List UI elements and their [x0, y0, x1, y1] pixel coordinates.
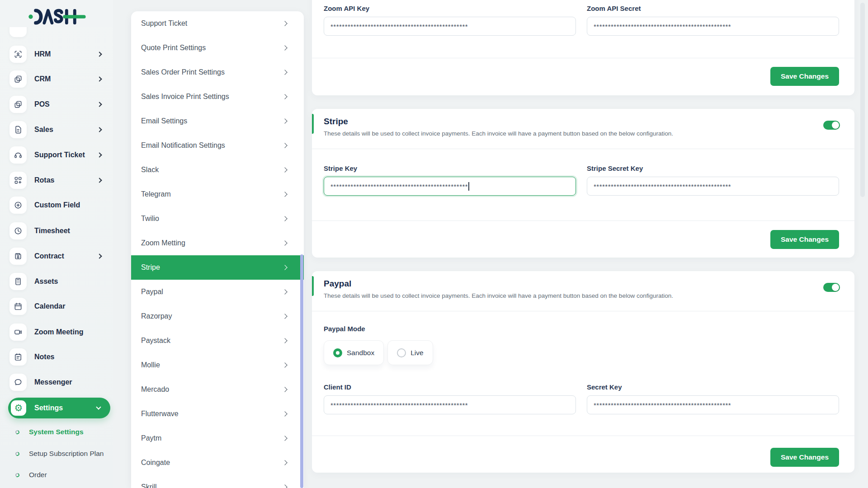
floppy-icon — [9, 248, 27, 265]
sidebar-item-label: CRM — [34, 75, 51, 83]
sidebar-item-rotas[interactable]: Rotas — [0, 168, 113, 193]
sidebar-item-label: Zoom Meeting — [34, 328, 83, 336]
sidebar-item-label: Messenger — [34, 378, 72, 386]
sidebar-item-label: Notes — [34, 353, 54, 361]
chevron-right-icon — [282, 484, 287, 488]
settings-nav-item-telegram[interactable]: Telegram — [131, 182, 304, 206]
sidebar-subitem-label: Order — [29, 471, 47, 479]
settings-nav-item-twilio[interactable]: Twilio — [131, 206, 304, 231]
chevron-right-icon — [97, 102, 102, 107]
stripe-key-input[interactable]: ****************************************… — [324, 177, 576, 196]
zoom-settings-card: Zoom API Key Zoom API Secret Save Change… — [312, 0, 854, 95]
chevron-right-icon — [282, 192, 287, 197]
settings-nav-item-zoom-metting[interactable]: Zoom Metting — [131, 231, 304, 255]
sidebar-item-custom-field[interactable]: Custom Field — [0, 192, 113, 218]
settings-nav-item-sales-order-print-settings[interactable]: Sales Order Print Settings — [131, 60, 304, 84]
settings-nav-item-email-notification-settings[interactable]: Email Notification Settings — [131, 133, 304, 158]
gear-icon: ⚙ — [11, 400, 26, 416]
sidebar-item-hrm[interactable]: HRM — [0, 42, 113, 67]
settings-nav-item-paytm[interactable]: Paytm — [131, 426, 304, 450]
sidebar-item-label: POS — [34, 100, 50, 108]
stripe-enabled-toggle[interactable] — [823, 121, 840, 130]
chevron-right-icon — [282, 387, 287, 392]
paypal-secret-key-field: Secret Key — [587, 383, 839, 414]
headset-icon — [9, 146, 27, 164]
paypal-secret-key-input[interactable] — [587, 395, 839, 414]
chevron-right-icon — [282, 167, 287, 172]
field-label: Zoom API Key — [324, 5, 576, 13]
chevron-right-icon — [282, 94, 287, 99]
crm-cards-icon — [9, 70, 27, 88]
sidebar-item-support-ticket[interactable]: Support Ticket — [0, 142, 113, 168]
sidebar-item-label: Contract — [34, 252, 64, 260]
card-title: Stripe — [324, 116, 839, 127]
settings-nav-item-razorpay[interactable]: Razorpay — [131, 304, 304, 328]
chevron-right-icon — [282, 143, 287, 148]
zoom-api-secret-field: Zoom API Secret — [587, 5, 839, 36]
paypal-mode-sandbox-option[interactable]: Sandbox — [324, 340, 384, 365]
save-changes-button[interactable]: Save Changes — [770, 230, 839, 249]
text-caret — [468, 182, 469, 191]
settings-nav-item-support-ticket[interactable]: Support Ticket — [131, 11, 304, 36]
chevron-right-icon — [282, 460, 287, 465]
settings-nav-scrollbar[interactable] — [300, 254, 303, 488]
stripe-secret-key-input[interactable] — [587, 177, 839, 196]
settings-nav-item-stripe[interactable]: Stripe — [131, 255, 304, 280]
sidebar-item-zoom-meeting[interactable]: Zoom Meeting — [0, 319, 113, 345]
bullet-circle-icon — [15, 472, 20, 477]
masked-value: ****************************************… — [330, 183, 468, 190]
zoom-api-key-input[interactable] — [324, 17, 576, 36]
zoom-api-secret-input[interactable] — [587, 17, 839, 36]
settings-nav-item-skrill[interactable]: Skrill — [131, 475, 304, 488]
sidebar-item-assets[interactable]: Assets — [0, 269, 113, 294]
pos-cards-icon — [9, 96, 27, 113]
sidebar-item-label: Sales — [34, 126, 53, 134]
stripe-settings-card: Stripe These details will be used to col… — [312, 109, 854, 258]
card-accent-bar — [312, 276, 314, 296]
save-changes-button[interactable]: Save Changes — [770, 448, 839, 467]
sidebar-item-calendar[interactable]: Calendar — [0, 294, 113, 319]
chevron-right-icon — [97, 178, 102, 183]
paypal-mode-label: Paypal Mode — [324, 325, 839, 333]
settings-nav-item-quote-print-settings[interactable]: Quote Print Settings — [131, 36, 304, 60]
settings-nav-item-flutterwave[interactable]: Flutterwave — [131, 402, 304, 426]
settings-nav-item-email-settings[interactable]: Email Settings — [131, 109, 304, 133]
chevron-right-icon — [97, 76, 102, 81]
field-label: Stripe Key — [324, 164, 576, 173]
sidebar-item-contract[interactable]: Contract — [0, 244, 113, 269]
paypal-settings-card: Paypal These details will be used to col… — [312, 271, 854, 473]
bullet-circle-icon — [15, 429, 20, 434]
page-scrollbar[interactable] — [860, 3, 865, 197]
settings-nav-item-paystack[interactable]: Paystack — [131, 328, 304, 353]
save-changes-button[interactable]: Save Changes — [770, 67, 839, 86]
settings-nav-item-mercado[interactable]: Mercado — [131, 377, 304, 402]
settings-nav-item-coingate[interactable]: Coingate — [131, 450, 304, 475]
main-content: Zoom API Key Zoom API Secret Save Change… — [312, 0, 854, 488]
app-logo[interactable] — [28, 8, 86, 28]
sidebar-item-timesheet[interactable]: Timesheet — [0, 218, 113, 244]
sidebar-subitem-setup-subscription-plan[interactable]: Setup Subscription Plan — [0, 447, 113, 460]
sidebar-item-sales[interactable]: Sales — [0, 117, 113, 142]
plus-circle-icon — [9, 197, 27, 214]
settings-nav-item-mollie[interactable]: Mollie — [131, 353, 304, 377]
settings-nav-item-paypal[interactable]: Paypal — [131, 280, 304, 304]
calculator-icon — [9, 273, 27, 290]
sidebar-item-notes[interactable]: Notes — [0, 344, 113, 370]
sidebar-item-messenger[interactable]: Messenger — [0, 370, 113, 395]
zoom-api-key-field: Zoom API Key — [324, 5, 576, 36]
sidebar-subitem-order[interactable]: Order — [0, 469, 113, 481]
sidebar-item-settings[interactable]: ⚙ Settings — [8, 398, 110, 418]
sidebar-subitem-system-settings[interactable]: System Settings — [0, 426, 113, 438]
paypal-client-id-input[interactable] — [324, 395, 576, 414]
chevron-right-icon — [97, 127, 102, 132]
sidebar-item-crm[interactable]: CRM — [0, 66, 113, 92]
chevron-right-icon — [97, 253, 102, 258]
settings-nav-item-sales-invoice-print-settings[interactable]: Sales Invoice Print Settings — [131, 84, 304, 109]
dash-logo-icon — [28, 8, 86, 26]
sidebar-item-label: Support Ticket — [34, 151, 85, 159]
sidebar-item-pos[interactable]: POS — [0, 92, 113, 117]
paypal-mode-live-option[interactable]: Live — [387, 340, 433, 365]
settings-nav-item-slack[interactable]: Slack — [131, 158, 304, 182]
paypal-enabled-toggle[interactable] — [823, 283, 840, 292]
document-icon — [9, 121, 27, 138]
